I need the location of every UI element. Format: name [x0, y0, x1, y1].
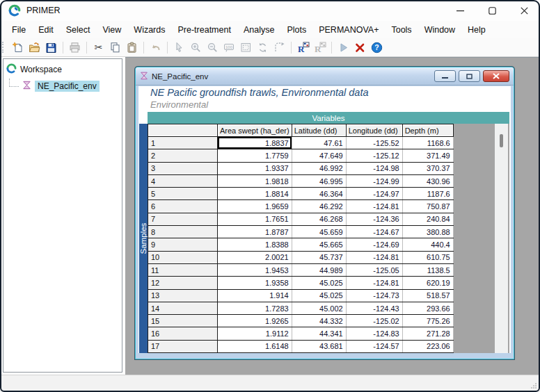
table-cell[interactable]: -124.99: [346, 174, 402, 187]
menu-item-analyse[interactable]: Analyse: [237, 23, 280, 37]
table-cell[interactable]: 1.6148: [218, 340, 292, 352]
table-cell[interactable]: 1.9112: [218, 327, 292, 340]
resize-grip[interactable]: [529, 381, 537, 389]
table-cell[interactable]: 1.9818: [218, 174, 292, 187]
table-cell[interactable]: -124.57: [346, 340, 402, 352]
menu-item-view[interactable]: View: [96, 23, 127, 37]
table-cell[interactable]: 610.75: [402, 251, 453, 263]
table-cell[interactable]: 518.57: [402, 289, 453, 302]
paste-icon[interactable]: [125, 40, 139, 55]
document-minimize-button[interactable]: [434, 70, 456, 82]
table-cell[interactable]: 1.7651: [218, 213, 292, 225]
table-cell[interactable]: 1.9453: [218, 263, 292, 276]
table-cell[interactable]: -125.05: [346, 263, 402, 276]
table-cell[interactable]: 46.995: [292, 174, 346, 187]
column-header[interactable]: Longitude (dd): [346, 124, 402, 137]
table-cell[interactable]: 440.4: [402, 238, 453, 251]
table-cell[interactable]: -124.69: [346, 238, 402, 251]
menu-item-tools[interactable]: Tools: [385, 23, 418, 37]
table-cell[interactable]: 430.96: [402, 174, 453, 187]
table-cell[interactable]: 44.332: [292, 315, 346, 327]
column-header[interactable]: Depth (m): [402, 124, 453, 137]
table-cell[interactable]: 1.8388: [218, 238, 292, 251]
table-cell[interactable]: 371.49: [402, 149, 453, 162]
document-title-bar[interactable]: NE_Pacific_env: [136, 67, 514, 85]
row-header[interactable]: 13: [148, 289, 218, 302]
table-cell[interactable]: -124.73: [346, 289, 402, 302]
menu-item-edit[interactable]: Edit: [32, 23, 60, 37]
row-header[interactable]: 16: [148, 327, 218, 340]
table-cell[interactable]: -125.52: [346, 137, 402, 149]
tree-item-ne-pacific-env[interactable]: NE_Pacific_env: [3, 77, 122, 95]
menu-item-window[interactable]: Window: [418, 23, 461, 37]
table-cell[interactable]: -124.81: [346, 277, 402, 289]
table-cell[interactable]: 1.7759: [218, 149, 292, 162]
table-cell[interactable]: 1187.6: [402, 188, 453, 200]
table-cell[interactable]: 223.06: [402, 340, 453, 352]
table-cell[interactable]: 2.0021: [218, 251, 292, 263]
table-cell[interactable]: 45.665: [292, 238, 346, 251]
table-cell[interactable]: 271.28: [402, 327, 453, 340]
row-header[interactable]: 12: [148, 277, 218, 289]
table-cell[interactable]: 45.002: [292, 302, 346, 314]
table-cell[interactable]: -124.67: [346, 226, 402, 238]
row-header[interactable]: 9: [148, 238, 218, 251]
menu-item-select[interactable]: Select: [60, 23, 97, 37]
table-cell[interactable]: -124.97: [346, 188, 402, 200]
table-cell[interactable]: 1138.5: [402, 263, 453, 276]
column-header[interactable]: Latitude (dd): [292, 124, 346, 137]
table-cell[interactable]: 1168.6: [402, 137, 453, 149]
table-cell[interactable]: -124.81: [346, 251, 402, 263]
menu-item-help[interactable]: Help: [461, 23, 492, 37]
row-header[interactable]: 10: [148, 251, 218, 263]
tree-item-workspace[interactable]: Workspace: [3, 62, 122, 77]
table-cell[interactable]: 240.84: [402, 213, 453, 225]
table-cell[interactable]: 293.66: [402, 302, 453, 314]
table-cell[interactable]: 45.737: [292, 251, 346, 263]
table-cell[interactable]: 46.992: [292, 162, 346, 174]
table-cell[interactable]: 1.9659: [218, 200, 292, 213]
row-header[interactable]: 7: [148, 213, 218, 225]
menu-item-file[interactable]: File: [6, 23, 32, 37]
table-cell[interactable]: -124.98: [346, 162, 402, 174]
table-cell[interactable]: -124.81: [346, 200, 402, 213]
row-header[interactable]: 3: [148, 162, 218, 174]
row-header[interactable]: 1: [148, 137, 218, 149]
table-cell[interactable]: 620.19: [402, 277, 453, 289]
table-cell[interactable]: 47.61: [292, 137, 346, 149]
vertical-scrollbar[interactable]: [495, 124, 508, 353]
table-cell[interactable]: -124.83: [346, 327, 402, 340]
document-close-button[interactable]: [483, 70, 509, 82]
table-cell[interactable]: 370.37: [402, 162, 453, 174]
copy-icon[interactable]: [108, 40, 122, 55]
row-header[interactable]: 2: [148, 149, 218, 162]
row-header[interactable]: 15: [148, 315, 218, 327]
menu-item-pre-treatment[interactable]: Pre-treatment: [171, 23, 237, 37]
table-cell[interactable]: 1.9358: [218, 277, 292, 289]
table-cell[interactable]: 380.88: [402, 226, 453, 238]
table-cell[interactable]: 45.659: [292, 226, 346, 238]
menu-item-plots[interactable]: Plots: [280, 23, 312, 37]
document-restore-button[interactable]: [459, 70, 480, 82]
table-cell[interactable]: -124.36: [346, 213, 402, 225]
row-header[interactable]: 4: [148, 174, 218, 187]
corner-header-cell[interactable]: [148, 124, 218, 137]
column-header[interactable]: Area swept (ha_der): [218, 124, 292, 137]
cut-icon[interactable]: ✂: [91, 40, 106, 55]
row-header[interactable]: 6: [148, 200, 218, 213]
table-cell[interactable]: 44.341: [292, 327, 346, 340]
scrollbar-thumb[interactable]: [500, 134, 503, 147]
open-workspace-icon[interactable]: [27, 40, 42, 55]
table-cell[interactable]: 47.649: [292, 149, 346, 162]
table-cell[interactable]: 750.87: [402, 200, 453, 213]
row-header[interactable]: 17: [148, 340, 218, 352]
table-cell[interactable]: 1.914: [218, 289, 292, 302]
maximize-button[interactable]: [476, 0, 508, 21]
row-header[interactable]: 11: [148, 263, 218, 276]
menu-item-wizards[interactable]: Wizards: [127, 23, 171, 37]
table-cell[interactable]: 1.8814: [218, 188, 292, 200]
row-header[interactable]: 5: [148, 188, 218, 200]
table-cell[interactable]: 46.292: [292, 200, 346, 213]
row-header[interactable]: 8: [148, 226, 218, 238]
table-cell[interactable]: 45.025: [292, 289, 346, 302]
